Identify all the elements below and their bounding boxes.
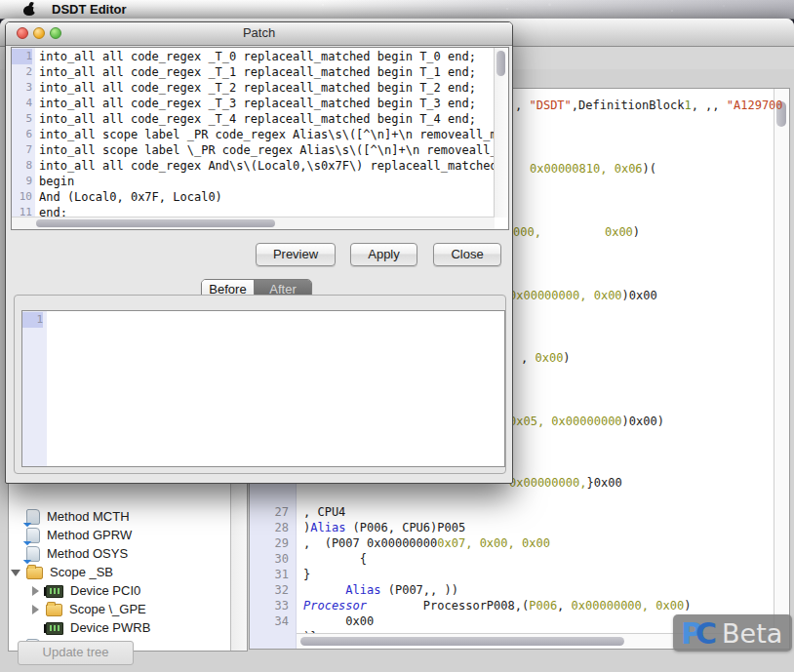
code-segment: Alias — [310, 521, 345, 534]
code-segment: Processor — [303, 599, 367, 613]
code-segment: 0x05, 0x00000000 — [509, 415, 622, 428]
folder-icon — [26, 567, 43, 579]
app-menu-title[interactable]: DSDT Editor — [52, 2, 127, 17]
code-segment: P006 — [529, 599, 557, 613]
line-number: 7 — [12, 142, 32, 158]
code-segment: ProcessorP008,( — [367, 599, 529, 613]
code-segment: , (P007 0x00000000 — [303, 536, 437, 550]
code-segment: ) — [633, 225, 640, 239]
code-segment: (P007,, )) — [380, 583, 457, 597]
patch-editor-horizontal-scrollbar[interactable] — [12, 217, 495, 229]
code-segment: ,DefinitionBlock — [572, 99, 685, 112]
tree-item-method-osys[interactable]: Method OSYS — [9, 544, 230, 563]
folder-icon — [46, 604, 62, 616]
patch-editor-horizontal-scrollbar-thumb[interactable] — [36, 219, 275, 227]
code-fragment: 0x00000000,}0x00 — [509, 475, 622, 491]
tree-item-device-pci0[interactable]: Device PCI0 — [9, 581, 230, 600]
patch-editor-line-numbers: 1234567891011 — [12, 49, 32, 220]
patch-result-editor[interactable]: 1 — [21, 310, 505, 467]
patch-code-editor[interactable]: 1234567891011 into_all all code_regex _T… — [11, 47, 509, 230]
editor-line: into_all all code_regex _T_4 replaceall_… — [39, 111, 495, 127]
code-segment: )0x00) — [622, 415, 664, 428]
line-number: 34 — [250, 613, 289, 629]
code-segment: , CPU4 — [303, 505, 345, 519]
chevron-right-icon[interactable] — [30, 605, 40, 614]
tree-item-scope-gpe[interactable]: Scope \_GPE — [9, 600, 230, 618]
editor-line-numbers: 2728293031323334 — [250, 504, 289, 645]
patch-dialog-titlebar[interactable]: Patch — [6, 22, 512, 46]
patch-editor-vertical-scrollbar[interactable] — [494, 48, 508, 217]
code-segment: )0x00 — [622, 289, 657, 302]
result-editor-line-numbers: 1 — [22, 312, 43, 328]
code-segment: 0x00000000, 0x00 — [572, 599, 685, 613]
editor-line: into_all all code_regex _T_3 replaceall_… — [39, 96, 495, 111]
tree-item-label: Device PCI0 — [70, 583, 140, 598]
pcbeta-watermark: PC Beta — [673, 614, 792, 652]
code-segment: , — [557, 599, 571, 613]
device-icon — [46, 622, 63, 635]
editor-vertical-scrollbar[interactable] — [774, 89, 789, 634]
editor-line: Alias (P007,, )) — [303, 582, 774, 598]
editor-line: begin — [39, 174, 495, 189]
menubar: DSDT Editor — [0, 0, 794, 20]
line-number: 9 — [12, 174, 32, 189]
apple-menu-icon[interactable] — [23, 3, 36, 16]
line-number: 29 — [250, 535, 289, 551]
tree-item-method-gprw[interactable]: Method GPRW — [9, 526, 230, 544]
code-segment: ) — [684, 599, 691, 613]
chevron-right-icon[interactable] — [30, 586, 40, 596]
code-fragment: 0x00000000, 0x00)0x00 — [509, 288, 657, 303]
line-number: 32 — [250, 582, 289, 598]
code-segment: { — [303, 552, 367, 566]
line-number: 3 — [12, 80, 32, 96]
editor-line: into_all all code_regex And\s\(Local0,\s… — [39, 158, 495, 174]
code-segment — [303, 583, 345, 597]
expander-spacer — [11, 531, 20, 540]
line-number — [250, 629, 289, 645]
code-segment: Alias — [345, 583, 380, 597]
code-fragment: , 0x00) — [521, 350, 571, 366]
expander-spacer — [11, 512, 20, 522]
tree-item-label: Scope _SB — [50, 565, 113, 579]
pcbeta-logo: PC — [681, 616, 710, 651]
method-icon — [26, 546, 40, 562]
code-segment: )( — [643, 162, 656, 176]
editor-line: , (P007 0x000000000x07, 0x00, 0x00 — [303, 535, 774, 551]
code-fragment: 0x05, 0x00000000)0x00) — [509, 414, 664, 429]
line-number: 4 — [12, 96, 32, 111]
editor-line: into_all scope label \_PR code_regex Ali… — [39, 142, 495, 158]
patch-editor-code-lines: into_all all code_regex _T_0 replaceall_… — [39, 49, 495, 220]
editor-line: , CPU4 — [303, 504, 774, 520]
line-number: 8 — [12, 158, 32, 174]
method-icon — [26, 528, 40, 543]
code-segment: }0x00 — [586, 476, 621, 490]
tree-item-method-mcth[interactable]: Method MCTH — [9, 507, 230, 526]
line-number: 6 — [12, 127, 32, 142]
code-segment: ) — [563, 351, 570, 365]
tree-item-device-pwrb[interactable]: Device PWRB — [9, 618, 230, 637]
editor-line: into_all all code_regex _T_2 replaceall_… — [39, 80, 495, 96]
tree-item-label: Device PWRB — [70, 620, 150, 635]
preview-button[interactable]: Preview — [256, 243, 336, 266]
tree-item-label: Method MCTH — [47, 509, 130, 524]
code-segment: , ,, — [692, 99, 727, 112]
result-editor-gutter — [22, 311, 47, 466]
code-segment: 000, — [513, 225, 541, 239]
close-button[interactable]: Close — [433, 243, 501, 266]
editor-horizontal-scrollbar-thumb[interactable] — [300, 637, 624, 646]
code-segment: 1 — [684, 99, 691, 112]
apply-button[interactable]: Apply — [350, 243, 417, 266]
tree-item-scope-sb[interactable]: Scope _SB — [9, 563, 230, 581]
expander-spacer — [11, 549, 20, 559]
chevron-down-icon[interactable] — [11, 568, 20, 577]
code-segment: 0x00 — [535, 351, 563, 365]
line-number: 10 — [12, 189, 32, 205]
update-tree-button[interactable]: Update tree — [18, 641, 134, 665]
editor-line: And (Local0, 0x7F, Local0) — [39, 189, 495, 205]
line-number: 2 — [12, 64, 32, 80]
code-fragment: , "DSDT",DefinitionBlock1, ,, "A129700 — [515, 98, 783, 113]
code-segment: 0x00000000, — [509, 476, 586, 490]
patch-editor-vertical-scrollbar-thumb[interactable] — [496, 51, 505, 76]
code-fragment: 000, 0x00) — [513, 224, 640, 240]
code-segment: 0x00 — [605, 225, 633, 239]
